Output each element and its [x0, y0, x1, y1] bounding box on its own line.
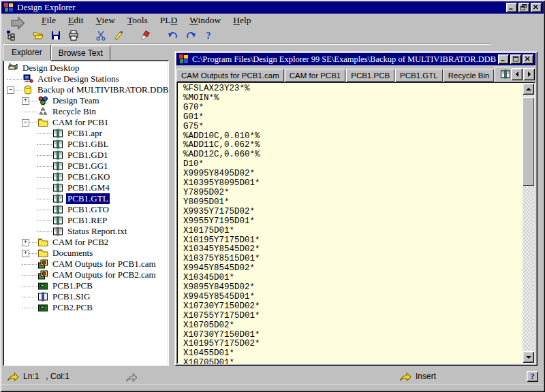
book-icon	[52, 128, 63, 139]
open-icon	[33, 30, 44, 41]
scroll-down-button[interactable]	[523, 351, 534, 363]
tree-item-cam-for-pcb1[interactable]: −CAM for PCB1	[3, 117, 169, 128]
tree-connector	[22, 286, 37, 287]
cut-button[interactable]	[91, 27, 109, 43]
doc-tab-recycle-bin[interactable]: Recycle Bin	[443, 69, 495, 82]
tree-item-active-design-stations[interactable]: Active Design Stations	[3, 74, 169, 84]
print-button[interactable]	[64, 27, 82, 43]
book-icon	[52, 204, 63, 215]
menu-tools[interactable]: Tools	[121, 14, 154, 27]
tree-item-label: PCB1.apr	[66, 128, 104, 139]
tree-item-pcb1-gtl[interactable]: PCB1.GTL	[3, 193, 169, 204]
scroll-up-button[interactable]	[523, 83, 534, 95]
tree-item-pcb1-sig[interactable]: PCB1.SIG	[3, 291, 169, 302]
gerber-line: X10195Y7175D02*	[183, 340, 519, 349]
restore-button[interactable]	[518, 3, 529, 12]
gerber-line: X10345D01*	[183, 274, 519, 283]
menu-window[interactable]: Window	[183, 14, 227, 27]
tree-item-label: CAM for PCB1	[51, 117, 110, 128]
gerber-line: X10195Y7175D01*	[183, 236, 519, 246]
expand-box[interactable]: +	[22, 239, 29, 246]
tree-item-pcb1-gm4[interactable]: PCB1.GM4	[3, 182, 169, 193]
tree-item-label: Design Team	[51, 95, 101, 106]
tree-connector	[37, 177, 52, 178]
save-button[interactable]	[46, 27, 64, 43]
minimize-button[interactable]	[506, 3, 517, 12]
tree-item-recycle-bin[interactable]: Recycle Bin	[3, 106, 169, 117]
down-arrows-menu-icon[interactable]	[11, 16, 26, 25]
open-button[interactable]	[29, 27, 46, 43]
doc-minimize-button[interactable]	[498, 54, 509, 64]
expand-box[interactable]: +	[22, 97, 29, 105]
doc-tab-label: Recycle Bin	[448, 71, 490, 80]
text-icon	[52, 226, 63, 237]
tab-browse-text[interactable]: Browse Text	[51, 46, 110, 60]
folder-icon	[37, 237, 48, 248]
tab-scroll-left-button[interactable]	[511, 68, 523, 80]
menu-pld[interactable]: PLD	[154, 14, 184, 27]
tree-item-design-team[interactable]: +Design Team	[3, 95, 169, 106]
app-window: Design Explorer FileEditViewToolsPLDWind…	[0, 0, 545, 392]
help-button[interactable]: ?	[199, 27, 217, 43]
doc-tab-cam-outputs-for-pcb1-cam[interactable]: CAM Outputs for PCB1.cam	[176, 69, 284, 82]
gerber-line: %MOIN*%	[183, 94, 519, 103]
tree-item-pcb1-gko[interactable]: PCB1.GKO	[3, 172, 169, 182]
tree-item-backup-of-multivibrator-ddb[interactable]: −Backup of MULTIVIBRATOR.DDB	[3, 84, 169, 95]
tree-connector	[22, 275, 37, 276]
tree-item-pcb1-pcb[interactable]: PCB1.PCB	[3, 280, 169, 291]
doc-tab-pcb1-gtl[interactable]: PCB1.GTL	[395, 69, 443, 82]
tree-item-pcb1-gg1[interactable]: PCB1.GG1	[3, 161, 169, 172]
main-titlebar[interactable]: Design Explorer	[1, 1, 544, 14]
doc-close-button[interactable]	[523, 54, 533, 64]
gerber-line: X10705D01*	[183, 359, 519, 364]
tab-scroll-right-button[interactable]	[523, 68, 535, 80]
help-icon: ?	[203, 30, 214, 41]
explorer-toggle-button[interactable]	[1, 27, 19, 43]
tree-connector	[37, 144, 52, 145]
tree-item-cam-for-pcb2[interactable]: +CAM for PCB2	[3, 237, 169, 248]
doc-maximize-button[interactable]	[510, 54, 521, 64]
paste-button[interactable]	[109, 27, 127, 43]
tab-explorer[interactable]: Explorer	[3, 44, 51, 60]
expand-box[interactable]: +	[22, 250, 29, 257]
tree-item-pcb1-gbl[interactable]: PCB1.GBL	[3, 139, 169, 150]
redo-button[interactable]	[181, 27, 199, 43]
paste-icon	[113, 30, 124, 41]
tree-connector	[37, 133, 52, 134]
collapse-box[interactable]: −	[7, 86, 14, 94]
tree-item-label: PCB1.GTO	[66, 204, 110, 215]
menu-edit[interactable]: Edit	[62, 14, 90, 27]
scrollbar-thumb[interactable]	[523, 97, 534, 186]
down-arrow-icon	[526, 356, 531, 359]
tree-item-pcb2-pcb[interactable]: PCB2.PCB	[3, 302, 169, 313]
doc-tab-pcb1-pcb[interactable]: PCB1.PCB	[346, 69, 394, 82]
tree-item-pcb1-gd1[interactable]: PCB1.GD1	[3, 150, 169, 161]
menu-help[interactable]: Help	[227, 14, 257, 27]
tree-item-design-desktop[interactable]: Design Desktop	[3, 63, 169, 74]
window-title: Design Explorer	[17, 2, 506, 13]
tree-item-documents[interactable]: +Documents	[3, 248, 169, 259]
document-titlebar[interactable]: C:\Program Files\Design Explorer 99 SE\E…	[176, 53, 535, 65]
tree-item-cam-outputs-for-pcb1-cam[interactable]: CAM Outputs for PCB1.cam	[3, 259, 169, 270]
doc-tab-cam-for-pcb1[interactable]: CAM for PCB1	[285, 69, 345, 82]
tree-item-pcb1-apr[interactable]: PCB1.apr	[3, 128, 169, 139]
tree-item-pcb1-rep[interactable]: PCB1.REP	[3, 215, 169, 226]
tree-item-cam-outputs-for-pcb2-cam[interactable]: CAM Outputs for PCB2.cam	[3, 270, 169, 280]
doc-tab-pcb1-gtl[interactable]: PCB1.GTL	[495, 67, 510, 82]
menu-file[interactable]: File	[35, 14, 62, 27]
collapse-box[interactable]: −	[22, 119, 29, 127]
knife-button[interactable]	[136, 27, 154, 43]
tree-item-label: Recycle Bin	[51, 106, 97, 117]
tree-connector	[29, 122, 37, 123]
close-button[interactable]	[531, 3, 542, 12]
tree-connector	[14, 90, 22, 91]
tree-item-pcb1-gto[interactable]: PCB1.GTO	[3, 204, 169, 215]
tree-item-status-report-txt[interactable]: Status Report.txt	[3, 226, 169, 237]
status-help-button[interactable]: ?	[527, 371, 538, 382]
menu-view[interactable]: View	[90, 14, 121, 27]
panel-splitter[interactable]	[169, 60, 174, 366]
text-editor[interactable]: %FSLAX23Y23*%%MOIN*%G70*G01*G75*%ADD10C,…	[176, 82, 535, 364]
scrollbar-track[interactable]	[523, 95, 534, 351]
undo-button[interactable]	[164, 27, 181, 43]
tree-connector	[7, 79, 22, 80]
